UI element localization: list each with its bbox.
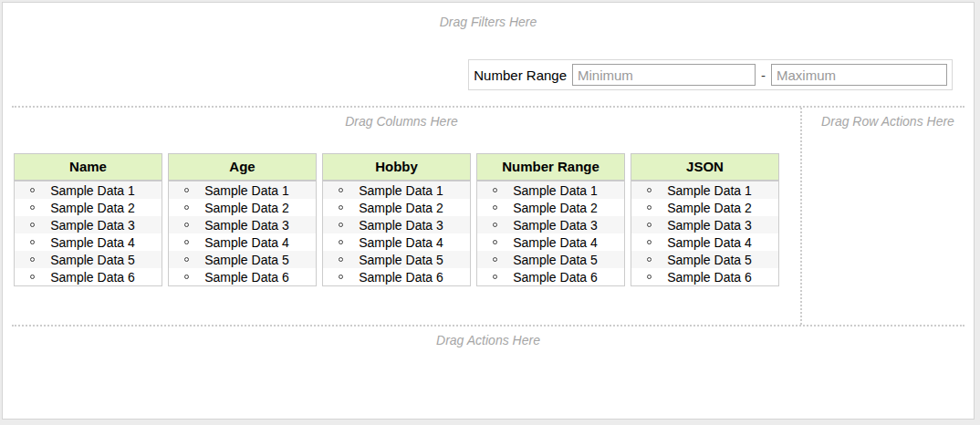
column-header[interactable]: Number Range [476, 153, 625, 181]
list-item: Sample Data 3 [169, 216, 316, 233]
list-item: Sample Data 5 [15, 251, 162, 268]
range-separator: - [756, 67, 771, 83]
column-items: Sample Data 1 Sample Data 2 Sample Data … [476, 181, 625, 286]
columns-drop-hint: Drag Columns Here [3, 108, 800, 129]
list-item: Sample Data 2 [631, 199, 778, 216]
column-hobby[interactable]: Hobby Sample Data 1 Sample Data 2 Sample… [322, 153, 471, 286]
maximum-input[interactable] [771, 64, 947, 86]
column-items: Sample Data 1 Sample Data 2 Sample Data … [631, 181, 779, 286]
list-item: Sample Data 5 [477, 251, 624, 268]
number-range-filter-label: Number Range [474, 67, 572, 83]
list-item: Sample Data 1 [15, 181, 162, 199]
filters-drop-hint: Drag Filters Here [3, 3, 974, 29]
column-header[interactable]: JSON [631, 153, 779, 181]
number-range-filter-widget[interactable]: Number Range - [468, 59, 953, 90]
column-header[interactable]: Age [168, 153, 317, 181]
column-json[interactable]: JSON Sample Data 1 Sample Data 2 Sample … [631, 153, 779, 286]
list-item: Sample Data 5 [169, 251, 316, 268]
actions-drop-zone[interactable]: Drag Actions Here [3, 327, 974, 419]
builder-panel: Drag Filters Here Number Range - Drag Co… [2, 2, 975, 420]
list-item: Sample Data 3 [477, 216, 624, 233]
list-item: Sample Data 4 [15, 233, 162, 251]
columns-drop-zone[interactable]: Drag Columns Here Name Sample Data 1 Sam… [3, 108, 802, 325]
list-item: Sample Data 6 [169, 268, 316, 285]
list-item: Sample Data 4 [169, 233, 316, 251]
column-header[interactable]: Name [14, 153, 162, 181]
minimum-input[interactable] [572, 64, 756, 86]
list-item: Sample Data 1 [631, 181, 778, 199]
list-item: Sample Data 6 [477, 268, 624, 285]
list-item: Sample Data 4 [323, 233, 470, 251]
list-item: Sample Data 3 [323, 216, 470, 233]
list-item: Sample Data 1 [477, 181, 624, 199]
list-item: Sample Data 6 [323, 268, 470, 285]
row-actions-drop-hint: Drag Row Actions Here [802, 108, 974, 129]
list-item: Sample Data 4 [631, 233, 778, 251]
columns-row: Name Sample Data 1 Sample Data 2 Sample … [14, 153, 800, 286]
list-item: Sample Data 5 [323, 251, 470, 268]
list-item: Sample Data 1 [323, 181, 470, 199]
list-item: Sample Data 2 [323, 199, 470, 216]
column-number-range[interactable]: Number Range Sample Data 1 Sample Data 2… [476, 153, 625, 286]
row-actions-drop-zone[interactable]: Drag Row Actions Here [802, 108, 974, 325]
list-item: Sample Data 2 [169, 199, 316, 216]
column-header[interactable]: Hobby [322, 153, 471, 181]
list-item: Sample Data 6 [631, 268, 778, 285]
list-item: Sample Data 4 [477, 233, 624, 251]
list-item: Sample Data 5 [631, 251, 778, 268]
list-item: Sample Data 3 [631, 216, 778, 233]
filters-drop-zone[interactable]: Drag Filters Here Number Range - [3, 3, 974, 106]
main-zone: Drag Columns Here Name Sample Data 1 Sam… [3, 108, 974, 325]
list-item: Sample Data 2 [477, 199, 624, 216]
list-item: Sample Data 2 [15, 199, 162, 216]
column-age[interactable]: Age Sample Data 1 Sample Data 2 Sample D… [168, 153, 317, 286]
column-items: Sample Data 1 Sample Data 2 Sample Data … [168, 181, 317, 286]
column-name[interactable]: Name Sample Data 1 Sample Data 2 Sample … [14, 153, 162, 286]
list-item: Sample Data 3 [15, 216, 162, 233]
actions-drop-hint: Drag Actions Here [3, 327, 974, 347]
list-item: Sample Data 1 [169, 181, 316, 199]
column-items: Sample Data 1 Sample Data 2 Sample Data … [14, 181, 162, 286]
list-item: Sample Data 6 [15, 268, 162, 285]
column-items: Sample Data 1 Sample Data 2 Sample Data … [322, 181, 471, 286]
